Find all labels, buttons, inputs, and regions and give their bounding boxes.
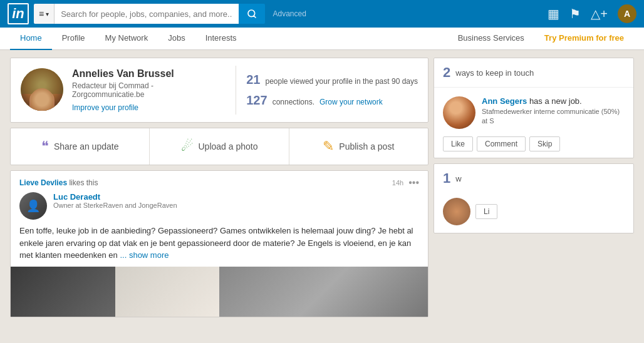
person-avatar xyxy=(443,96,475,129)
search-icon xyxy=(247,9,257,19)
connections-number: 127 xyxy=(246,93,267,108)
second-widget: 1 w Li xyxy=(434,163,634,233)
stat-connections: 127 connections. Grow your network xyxy=(246,93,418,108)
widget-header-2: 1 w xyxy=(434,164,633,193)
person-name-line: Ann Segers has a new job. xyxy=(482,96,625,106)
feed-card: Lieve Devlies likes this 14h ••• 👤 Luc D… xyxy=(10,170,428,317)
hamburger-icon: ≡ xyxy=(39,9,44,19)
like-button-2[interactable]: Li xyxy=(475,204,497,219)
linkedin-logo[interactable]: in xyxy=(8,3,29,24)
widget2-title: w xyxy=(455,174,461,183)
person-row-2: Li xyxy=(443,198,625,225)
person-row: Ann Segers has a new job. Stafmedewerker… xyxy=(443,94,625,131)
share-update-button[interactable]: ❝ Share an update xyxy=(11,128,150,165)
user-avatar[interactable]: A xyxy=(618,4,636,23)
photo-icon: ☄ xyxy=(181,138,194,155)
profile-stats: 21 people viewed your profile in the pas… xyxy=(236,58,428,122)
right-column: 2 ways to keep in touch Ann Segers has a… xyxy=(434,58,634,317)
skip-button[interactable]: Skip xyxy=(529,136,560,151)
widget2-content: Li xyxy=(434,193,633,233)
show-more-link[interactable]: ... show more xyxy=(120,250,169,260)
post-author-title: Owner at SterkeRaven and JongeRaven xyxy=(53,202,177,209)
profile-left: Annelies Van Brussel Redacteur bij Comma… xyxy=(11,58,236,122)
post-image-segment-1 xyxy=(11,267,115,317)
search-button[interactable] xyxy=(239,4,265,24)
widget-content: Ann Segers has a new job. Stafmedewerker… xyxy=(434,88,633,158)
comment-button[interactable]: Comment xyxy=(477,136,526,151)
search-container: ≡ ▾ xyxy=(34,4,265,24)
messages-icon[interactable]: ▦ xyxy=(548,6,559,21)
widget-header: 2 ways to keep in touch xyxy=(434,58,633,88)
person-actions: Like Comment Skip xyxy=(443,136,625,151)
nav-right: Business Services Try Premium for free xyxy=(448,28,634,50)
search-dropdown-button[interactable]: ≡ ▾ xyxy=(34,4,55,24)
quote-icon: ❝ xyxy=(41,138,49,155)
post-icon: ✎ xyxy=(323,138,334,155)
nav-icons: ▦ ⚑ △+ A xyxy=(548,4,636,23)
person-desc: Stafmedewerker interne communicatie (50%… xyxy=(482,107,625,126)
profile-info: Annelies Van Brussel Redacteur bij Comma… xyxy=(72,68,226,112)
like-button[interactable]: Like xyxy=(443,136,473,151)
nav-profile[interactable]: Profile xyxy=(52,28,95,50)
post-text-content: Een toffe, leuke job in de aanbieding? G… xyxy=(19,226,413,260)
post-image xyxy=(11,267,428,317)
grow-network-link[interactable]: Grow your network xyxy=(319,98,383,106)
nav-interests[interactable]: Interests xyxy=(195,28,247,50)
feed-liker: Lieve Devlies likes this xyxy=(19,178,98,187)
widget-title: ways to keep in touch xyxy=(455,68,534,78)
top-nav: in ≡ ▾ Advanced ▦ ⚑ △+ A xyxy=(0,0,644,28)
liker-action-text: likes this xyxy=(69,178,98,187)
search-input[interactable] xyxy=(55,4,239,24)
profile-avatar xyxy=(21,68,63,111)
post-author-name[interactable]: Luc Deraedt xyxy=(53,192,177,202)
nav-my-network[interactable]: My Network xyxy=(95,28,158,50)
share-update-label: Share an update xyxy=(54,141,119,151)
feed-options-icon[interactable]: ••• xyxy=(408,177,419,188)
person-action-text: has a new job. xyxy=(529,96,582,106)
small-avatar xyxy=(443,198,470,225)
views-text: people viewed your profile in the past 9… xyxy=(266,77,418,86)
post-image-segment-3 xyxy=(219,267,428,317)
nav-jobs[interactable]: Jobs xyxy=(158,28,195,50)
views-number: 21 xyxy=(246,73,260,87)
widget-number: 2 xyxy=(443,64,450,81)
person-name[interactable]: Ann Segers xyxy=(482,96,527,106)
upload-photo-label: Upload a photo xyxy=(199,141,258,151)
widget2-number: 1 xyxy=(443,170,450,187)
profile-card: Annelies Van Brussel Redacteur bij Comma… xyxy=(10,58,428,123)
profile-title: Redacteur bij Commad - Zorgcommunicatie.… xyxy=(72,81,226,99)
chevron-down-icon: ▾ xyxy=(46,11,49,18)
flag-icon[interactable]: ⚑ xyxy=(569,6,581,21)
linkedin-logo-text: in xyxy=(12,6,24,22)
post-author-info: Luc Deraedt Owner at SterkeRaven and Jon… xyxy=(53,192,177,209)
person-avatar-img xyxy=(443,96,475,129)
post-image-segment-2 xyxy=(115,267,220,317)
nav-try-premium[interactable]: Try Premium for free xyxy=(534,28,634,50)
feed-header: Lieve Devlies likes this 14h ••• xyxy=(11,171,428,192)
left-column: Annelies Van Brussel Redacteur bij Comma… xyxy=(10,58,428,317)
person-info: Ann Segers has a new job. Stafmedewerker… xyxy=(482,96,625,126)
add-connection-icon[interactable]: △+ xyxy=(591,6,608,21)
profile-name: Annelies Van Brussel xyxy=(72,68,226,79)
nav-business-services[interactable]: Business Services xyxy=(448,28,534,50)
main-content: Annelies Van Brussel Redacteur bij Comma… xyxy=(0,50,644,325)
advanced-link[interactable]: Advanced xyxy=(273,9,306,18)
secondary-nav: Home Profile My Network Jobs Interests B… xyxy=(0,28,644,50)
profile-avatar-img xyxy=(21,68,63,111)
post-text: Een toffe, leuke job in de aanbieding? G… xyxy=(11,225,428,267)
post-header: 👤 Luc Deraedt Owner at SterkeRaven and J… xyxy=(11,192,428,225)
improve-profile-link[interactable]: Improve your profile xyxy=(72,103,226,112)
liker-name[interactable]: Lieve Devlies xyxy=(19,178,67,187)
keep-in-touch-widget: 2 ways to keep in touch Ann Segers has a… xyxy=(434,58,634,158)
post-image-inner xyxy=(11,267,428,317)
publish-post-label: Publish a post xyxy=(339,141,394,151)
connections-text: connections. xyxy=(273,98,314,106)
post-author-avatar: 👤 xyxy=(19,192,47,220)
publish-post-button[interactable]: ✎ Publish a post xyxy=(289,128,428,165)
feed-time: 14h xyxy=(392,179,403,187)
stat-views: 21 people viewed your profile in the pas… xyxy=(246,73,418,87)
upload-photo-button[interactable]: ☄ Upload a photo xyxy=(150,128,289,165)
nav-home[interactable]: Home xyxy=(10,28,52,50)
action-buttons: ❝ Share an update ☄ Upload a photo ✎ Pub… xyxy=(10,128,428,165)
